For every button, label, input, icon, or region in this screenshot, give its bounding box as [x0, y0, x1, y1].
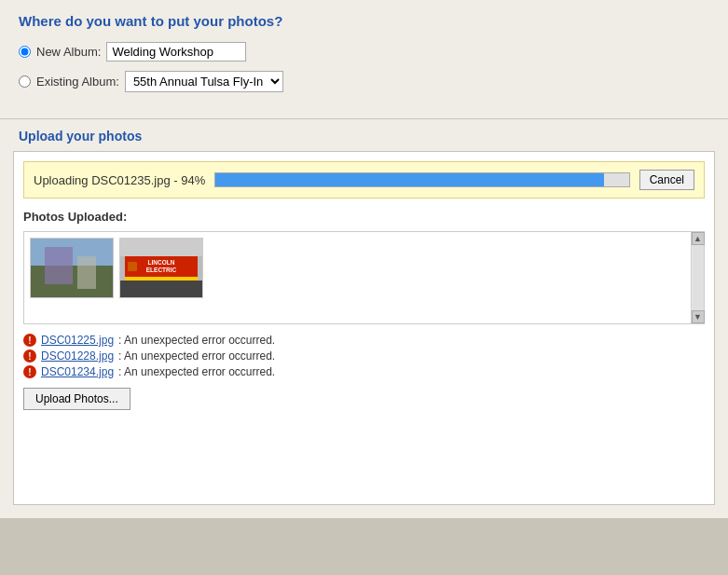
error-message-3: : An unexpected error occurred.: [118, 365, 275, 378]
new-album-input[interactable]: [106, 42, 246, 62]
error-item-1: ! DSC01225.jpg : An unexpected error occ…: [23, 334, 705, 347]
page-wrapper: Where do you want to put your photos? Ne…: [0, 0, 728, 575]
thumbnails-area: LINCOLNELECTRIC ▲ ▼: [23, 231, 705, 324]
new-album-label: New Album:: [36, 45, 101, 59]
upload-panel: Uploading DSC01235.jpg - 94% Cancel Phot…: [0, 151, 728, 518]
progress-row: Uploading DSC01235.jpg - 94% Cancel: [23, 161, 705, 199]
error-message-1: : An unexpected error occurred.: [118, 334, 275, 347]
top-section: Where do you want to put your photos? Ne…: [0, 0, 728, 119]
grey-area-spacer: [0, 518, 728, 575]
upload-photos-button[interactable]: Upload Photos...: [23, 388, 130, 410]
existing-album-label: Existing Album:: [36, 75, 119, 89]
scrollbar-thumb: [693, 245, 704, 310]
photos-uploaded-label: Photos Uploaded:: [23, 210, 705, 224]
thumbnail-1: [30, 238, 114, 298]
error-filename-1[interactable]: DSC01225.jpg: [41, 334, 114, 347]
new-album-radio[interactable]: [19, 46, 31, 58]
progress-label: Uploading DSC01235.jpg - 94%: [34, 173, 205, 187]
error-icon-3: !: [23, 365, 36, 378]
upload-box: Uploading DSC01235.jpg - 94% Cancel Phot…: [13, 151, 715, 505]
error-message-2: : An unexpected error occurred.: [118, 349, 275, 363]
existing-album-radio[interactable]: [19, 75, 31, 88]
error-list: ! DSC01225.jpg : An unexpected error occ…: [23, 334, 705, 378]
error-icon-1: !: [23, 334, 36, 347]
progress-cancel-button[interactable]: Cancel: [639, 170, 694, 190]
page-question: Where do you want to put your photos?: [19, 13, 709, 29]
error-item-2: ! DSC01228.jpg : An unexpected error occ…: [23, 349, 705, 363]
thumbnail-scrollbar[interactable]: ▲ ▼: [691, 232, 704, 323]
progress-bar-wrapper: [214, 172, 629, 187]
thumbnail-2: LINCOLNELECTRIC: [119, 238, 203, 298]
progress-bar-fill: [215, 173, 604, 186]
existing-album-select[interactable]: 55th Annual Tulsa Fly-In Other Album: [125, 71, 283, 92]
error-icon-2: !: [23, 349, 36, 363]
error-filename-3[interactable]: DSC01234.jpg: [41, 365, 114, 378]
existing-album-row: Existing Album: 55th Annual Tulsa Fly-In…: [19, 71, 709, 92]
upload-section-title: Upload your photos: [0, 119, 728, 151]
scrollbar-down-arrow[interactable]: ▼: [692, 310, 705, 323]
new-album-row: New Album:: [19, 42, 709, 62]
scrollbar-up-arrow[interactable]: ▲: [692, 232, 705, 245]
error-filename-2[interactable]: DSC01228.jpg: [41, 349, 114, 363]
error-item-3: ! DSC01234.jpg : An unexpected error occ…: [23, 365, 705, 378]
